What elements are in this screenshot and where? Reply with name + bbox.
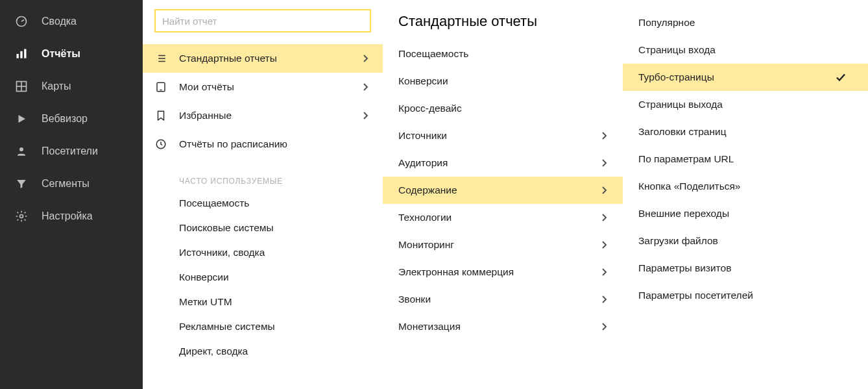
report-item-label: Турбо-страницы bbox=[638, 71, 836, 83]
grid-icon bbox=[14, 79, 29, 94]
report-group[interactable]: Технологии bbox=[383, 204, 623, 231]
report-item-label: Параметры посетителей bbox=[638, 290, 846, 301]
frequent-item[interactable]: Источники, сводка bbox=[143, 240, 383, 265]
frequent-item[interactable]: Поисковые системы bbox=[143, 216, 383, 240]
gauge-icon bbox=[14, 14, 29, 29]
report-group-label: Источники bbox=[398, 130, 601, 142]
report-item-label: Страницы выхода bbox=[638, 99, 846, 110]
frequent-item[interactable]: Метки UTM bbox=[143, 290, 383, 314]
sidebar-item-segments[interactable]: Сегменты bbox=[0, 168, 143, 200]
svg-point-9 bbox=[20, 215, 23, 218]
report-item[interactable]: Страницы входа bbox=[623, 36, 868, 64]
chevron-right-icon bbox=[362, 82, 368, 92]
sidebar-item-label: Сводка bbox=[42, 16, 77, 27]
sidebar-item-label: Сегменты bbox=[42, 178, 90, 190]
report-item[interactable]: Кнопка «Поделиться» bbox=[623, 173, 868, 200]
sidebar-item-label: Посетители bbox=[42, 145, 98, 157]
chevron-right-icon bbox=[601, 268, 607, 277]
category-label: Стандартные отчеты bbox=[179, 53, 362, 64]
svg-point-8 bbox=[19, 147, 23, 151]
search-input[interactable] bbox=[154, 9, 371, 32]
sidebar-item-webvisor[interactable]: Вебвизор bbox=[0, 103, 143, 135]
chevron-right-icon bbox=[362, 111, 368, 120]
standard-reports-list: ПосещаемостьКонверсииКросс-девайсИсточни… bbox=[383, 40, 623, 340]
report-group[interactable]: Электронная коммерция bbox=[383, 258, 623, 286]
check-icon bbox=[836, 72, 846, 82]
chevron-right-icon bbox=[362, 54, 368, 63]
report-item[interactable]: Внешние переходы bbox=[623, 200, 868, 227]
report-group-label: Содержание bbox=[398, 184, 601, 196]
frequent-item[interactable]: Посещаемость bbox=[143, 191, 383, 216]
report-group-label: Электронная коммерция bbox=[398, 266, 601, 278]
report-group[interactable]: Звонки bbox=[383, 286, 623, 313]
category-favorites[interactable]: Избранные bbox=[143, 101, 383, 130]
standard-reports-panel: Стандартные отчеты ПосещаемостьКонверсии… bbox=[383, 0, 623, 389]
funnel-icon bbox=[14, 177, 29, 191]
frequent-item[interactable]: Директ, сводка bbox=[143, 339, 383, 364]
report-item-label: Кнопка «Поделиться» bbox=[638, 181, 846, 192]
report-group[interactable]: Монетизация bbox=[383, 313, 623, 340]
sidebar-item-maps[interactable]: Карты bbox=[0, 70, 143, 103]
reports-panel: Стандартные отчетыМои отчётыИзбранныеОтч… bbox=[143, 0, 383, 389]
report-categories: Стандартные отчетыМои отчётыИзбранныеОтч… bbox=[143, 44, 383, 158]
frequent-list: ПосещаемостьПоисковые системыИсточники, … bbox=[143, 191, 383, 364]
report-item[interactable]: Страницы выхода bbox=[623, 91, 868, 118]
frequent-header: ЧАСТО ИСПОЛЬЗУЕМЫЕ bbox=[143, 158, 383, 191]
category-standard-reports[interactable]: Стандартные отчеты bbox=[143, 44, 383, 73]
report-group[interactable]: Источники bbox=[383, 122, 623, 149]
report-item-label: По параметрам URL bbox=[638, 153, 846, 165]
content-reports-panel: ПопулярноеСтраницы входаТурбо-страницыСт… bbox=[623, 0, 868, 389]
report-item[interactable]: Загрузки файлов bbox=[623, 227, 868, 255]
main-sidebar: СводкаОтчётыКартыВебвизорПосетителиСегме… bbox=[0, 0, 143, 389]
report-item[interactable]: По параметрам URL bbox=[623, 145, 868, 173]
svg-rect-1 bbox=[17, 54, 19, 58]
col2-title: Стандартные отчеты bbox=[383, 9, 623, 40]
category-label: Отчёты по расписанию bbox=[179, 138, 368, 150]
category-my-reports[interactable]: Мои отчёты bbox=[143, 73, 383, 101]
report-item-label: Страницы входа bbox=[638, 44, 846, 56]
chevron-right-icon bbox=[601, 186, 607, 195]
chevron-right-icon bbox=[601, 213, 607, 222]
sidebar-item-label: Настройка bbox=[42, 210, 93, 222]
report-item-label: Популярное bbox=[638, 17, 846, 29]
report-group-label: Аудитория bbox=[398, 157, 601, 169]
gear-icon bbox=[14, 209, 29, 223]
sidebar-item-reports[interactable]: Отчёты bbox=[0, 38, 143, 70]
play-icon bbox=[14, 112, 29, 126]
sidebar-item-settings[interactable]: Настройка bbox=[0, 200, 143, 232]
svg-marker-7 bbox=[19, 115, 26, 123]
report-group[interactable]: Аудитория bbox=[383, 149, 623, 177]
report-group-label: Кросс-девайс bbox=[398, 103, 601, 114]
frequent-item[interactable]: Рекламные системы bbox=[143, 314, 383, 339]
report-group[interactable]: Кросс-девайс bbox=[383, 95, 623, 122]
report-item-label: Внешние переходы bbox=[638, 208, 846, 220]
report-item-label: Загрузки файлов bbox=[638, 235, 846, 247]
report-item[interactable]: Заголовки страниц bbox=[623, 118, 868, 145]
report-group[interactable]: Посещаемость bbox=[383, 40, 623, 68]
report-group[interactable]: Конверсии bbox=[383, 68, 623, 95]
clock-icon bbox=[154, 138, 167, 151]
report-group[interactable]: Мониторинг bbox=[383, 231, 623, 258]
report-group-label: Монетизация bbox=[398, 321, 601, 333]
sidebar-item-summary[interactable]: Сводка bbox=[0, 5, 143, 38]
sidebar-item-visitors[interactable]: Посетители bbox=[0, 135, 143, 168]
sidebar-item-label: Карты bbox=[42, 81, 71, 92]
report-group-label: Звонки bbox=[398, 294, 601, 305]
report-group-label: Посещаемость bbox=[398, 48, 601, 60]
chevron-right-icon bbox=[601, 295, 607, 304]
report-group-label: Мониторинг bbox=[398, 239, 601, 251]
tablet-icon bbox=[154, 81, 167, 94]
frequent-item[interactable]: Конверсии bbox=[143, 265, 383, 290]
report-group-label: Конверсии bbox=[398, 75, 601, 87]
report-item[interactable]: Популярное bbox=[623, 9, 868, 36]
report-group[interactable]: Содержание bbox=[383, 177, 623, 204]
category-scheduled-reports[interactable]: Отчёты по расписанию bbox=[143, 130, 383, 158]
svg-rect-2 bbox=[20, 51, 22, 58]
chevron-right-icon bbox=[601, 322, 607, 331]
report-item[interactable]: Турбо-страницы bbox=[623, 64, 868, 91]
report-item-label: Заголовки страниц bbox=[638, 126, 846, 138]
bars-icon bbox=[14, 47, 29, 61]
report-item[interactable]: Параметры визитов bbox=[623, 255, 868, 282]
report-item[interactable]: Параметры посетителей bbox=[623, 282, 868, 309]
sidebar-item-label: Вебвизор bbox=[42, 113, 88, 125]
